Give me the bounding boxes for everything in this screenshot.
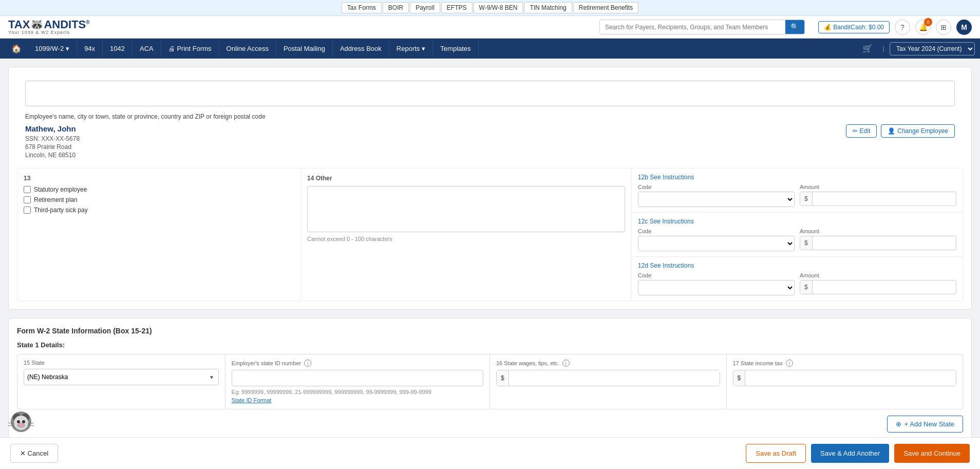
notifications-button[interactable]: 🔔 0: [915, 20, 931, 35]
section-12d-label[interactable]: 12d See Instructions: [638, 262, 956, 269]
section-12b-amount-input-wrap: $ 0.00: [800, 192, 956, 206]
nav-bar: 🏠 1099/W-2 ▾ 94x 1042 ACA 🖨 Print Forms …: [0, 39, 980, 59]
svg-point-6: [22, 420, 25, 423]
state-wages-info-icon[interactable]: i: [562, 360, 570, 367]
section-12c-code-select[interactable]: [638, 236, 795, 251]
section-12d-amount-input[interactable]: 0.00: [813, 280, 956, 294]
nav-1099-w2[interactable]: 1099/W-2 ▾: [28, 40, 77, 58]
save-continue-button[interactable]: Save and Continue: [894, 444, 970, 463]
logo: TAX🦝ANDITS® Your 1099 & W2 Experts: [8, 19, 90, 35]
svg-point-7: [19, 423, 23, 426]
employee-details: Mathew, John SSN: XXX-XX-5678 678 Prairi…: [25, 124, 80, 160]
nav-templates[interactable]: Templates: [433, 40, 478, 58]
section-12c-amount-input[interactable]: 0.00: [813, 236, 956, 250]
employer-id-eg: Eg: 9999999, 99999999, 21-999999999, 999…: [232, 388, 483, 396]
cancel-button[interactable]: ✕ Cancel: [10, 444, 58, 463]
section-13-label: 13: [24, 175, 294, 182]
search-input[interactable]: [600, 21, 785, 34]
statutory-employee-row: Statutory employee: [24, 186, 294, 193]
section-12d-code-select[interactable]: [638, 280, 795, 295]
save-add-another-button[interactable]: Save & Add Another: [811, 444, 889, 463]
state-id-format-link[interactable]: State ID Format: [232, 397, 272, 403]
topbar-boir[interactable]: BOIR: [383, 2, 409, 13]
address-textarea[interactable]: [25, 81, 955, 106]
svg-point-5: [17, 420, 20, 423]
state-section: Form W-2 State Information (Box 15-21) S…: [8, 318, 972, 441]
third-party-checkbox[interactable]: [24, 207, 31, 214]
state-tax-wrap: $ 0.00: [733, 370, 957, 386]
employer-id-input[interactable]: 1234567890-123: [232, 370, 483, 386]
employer-id-label: Employer's state ID number i: [232, 360, 483, 367]
employee-address-line1: 678 Prairie Road: [25, 143, 80, 151]
state-tax-input[interactable]: 0.00: [745, 370, 956, 386]
top-bar: Tax Forms BOIR Payroll EFTPS W-9/W-8 BEN…: [0, 0, 980, 16]
state-wages-wrap: $ 1,500.00: [496, 370, 720, 386]
tax-year-select[interactable]: Tax Year 2024 (Current): [890, 42, 975, 55]
employer-id-info-icon[interactable]: i: [304, 360, 311, 367]
topbar-payroll[interactable]: Payroll: [410, 2, 440, 13]
bandit-cash-button[interactable]: 💰 BanditCash: $0.00: [818, 21, 890, 33]
topbar-tax-forms[interactable]: Tax Forms: [342, 2, 382, 13]
avatar[interactable]: M: [956, 20, 972, 35]
nav-94x[interactable]: 94x: [77, 40, 103, 58]
state-select[interactable]: (NE) Nebraska: [24, 369, 205, 385]
help-button[interactable]: ?: [895, 20, 910, 35]
topbar-retirement[interactable]: Retirement Benefits: [573, 2, 638, 13]
section-14-textarea[interactable]: [307, 186, 625, 232]
logo-text: TAX🦝ANDITS®: [8, 19, 90, 30]
add-new-state-button[interactable]: ⊕ + Add New State: [887, 416, 963, 433]
state-wages-label: 16 State wages, tips, etc. i: [496, 360, 720, 367]
topbar-eftps[interactable]: EFTPS: [441, 2, 473, 13]
nav-online-access[interactable]: Online Access: [219, 40, 276, 58]
section-12b: 12b See Instructions Code Amount $ 0.00: [632, 168, 963, 213]
state-fields-row: 15 State (NE) Nebraska ▼ Employer's stat…: [17, 354, 963, 409]
search-button[interactable]: 🔍: [785, 20, 804, 34]
employee-ssn: SSN: XXX-XX-5678: [25, 135, 80, 142]
topbar-tin[interactable]: TIN Matching: [524, 2, 572, 13]
employee-form-card: Employee's name, city or town, state or …: [8, 67, 972, 310]
employee-field-label: Employee's name, city or town, state or …: [25, 113, 955, 120]
section-12d-amount-input-wrap: $ 0.00: [800, 280, 956, 294]
header: TAX🦝ANDITS® Your 1099 & W2 Experts 🔍 💰 B…: [0, 16, 980, 39]
cart-icon[interactable]: 🛒: [857, 44, 878, 53]
logo-sub: Your 1099 & W2 Experts: [8, 30, 90, 35]
section-12b-fields: Code Amount $ 0.00: [638, 184, 956, 207]
nav-reports[interactable]: Reports ▾: [389, 40, 434, 58]
nav-postal-mailing[interactable]: Postal Mailing: [276, 40, 333, 58]
section-12c-label[interactable]: 12c See Instructions: [638, 218, 956, 225]
form-sections: 13 Statutory employee Retirement plan Th…: [17, 168, 963, 301]
topbar-w9[interactable]: W-9/W-8 BEN: [474, 2, 523, 13]
save-draft-button[interactable]: Save as Draft: [746, 444, 806, 463]
section-12d-code-label: Code: [638, 272, 795, 278]
nav-print-forms[interactable]: 🖨 Print Forms: [161, 40, 219, 58]
section-12c-amount-wrap: Amount $ 0.00: [800, 228, 956, 251]
grid-menu-button[interactable]: ⊞: [936, 20, 951, 35]
nav-home[interactable]: 🏠: [5, 39, 28, 59]
state-15-label: 15 State: [24, 360, 219, 366]
section-12c: 12c See Instructions Code Amount $ 0.00: [632, 213, 963, 257]
employee-info-row: Mathew, John SSN: XXX-XX-5678 678 Prairi…: [25, 124, 955, 160]
retirement-plan-checkbox[interactable]: [24, 196, 31, 203]
state-wages-input[interactable]: 1,500.00: [509, 370, 720, 386]
nav-1042[interactable]: 1042: [103, 40, 133, 58]
section-12b-amount-input[interactable]: 0.00: [813, 192, 956, 205]
section-12c-amount-label: Amount: [800, 228, 956, 234]
employee-section: Employee's name, city or town, state or …: [17, 76, 963, 168]
edit-employee-button[interactable]: ✏ Edit: [846, 124, 877, 138]
state-tax-label: 17 State income tax i: [733, 360, 957, 367]
state-tax-info-icon[interactable]: i: [786, 360, 793, 367]
main-content: Employee's name, city or town, state or …: [0, 59, 980, 469]
change-employee-button[interactable]: 👤 Change Employee: [881, 124, 955, 138]
nav-aca[interactable]: ACA: [133, 40, 161, 58]
add-state-plus-icon: ⊕: [896, 420, 901, 428]
state-tax-field: 17 State income tax i $ 0.00: [727, 354, 963, 409]
footer-right-buttons: Save as Draft Save & Add Another Save an…: [746, 444, 970, 463]
search-bar[interactable]: 🔍: [599, 20, 805, 34]
state1-details-label: State 1 Details:: [17, 341, 963, 349]
section-12b-code-select[interactable]: [638, 192, 795, 207]
section-12d-code-wrap: Code: [638, 272, 795, 295]
nav-address-book[interactable]: Address Book: [333, 40, 389, 58]
state-wages-dollar: $: [497, 370, 509, 386]
section-12b-label[interactable]: 12b See Instructions: [638, 174, 956, 181]
statutory-employee-checkbox[interactable]: [24, 186, 31, 193]
